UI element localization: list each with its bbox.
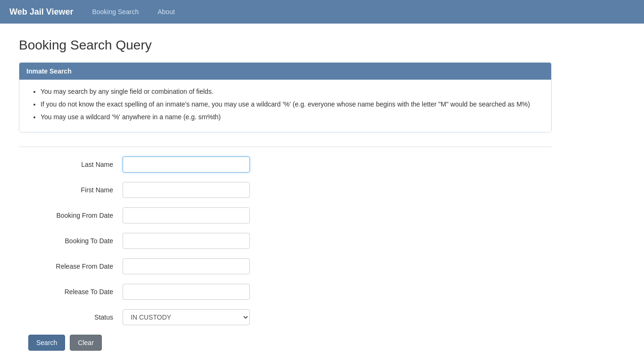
booking-to-date-input[interactable] [123, 233, 250, 249]
inmate-search-header: Inmate Search [19, 63, 551, 80]
instructions-list: You may search by any single field or co… [29, 87, 542, 122]
booking-search-link[interactable]: Booking Search [87, 6, 143, 18]
booking-from-date-label: Booking From Date [28, 212, 123, 219]
release-to-date-group: Release To Date [28, 284, 349, 300]
search-form: Last Name First Name Booking From Date B… [19, 156, 349, 325]
button-row: Search Clear [19, 335, 585, 351]
instruction-2: If you do not know the exact spelling of… [41, 99, 542, 109]
booking-to-date-group: Booking To Date [28, 233, 349, 249]
booking-from-date-input[interactable] [123, 207, 250, 223]
last-name-input[interactable] [123, 156, 250, 173]
search-button[interactable]: Search [28, 335, 65, 351]
instruction-1: You may search by any single field or co… [41, 87, 542, 97]
release-from-date-label: Release From Date [28, 263, 123, 270]
status-select[interactable]: IN CUSTODY RELEASED ALL [123, 309, 250, 325]
release-from-date-input[interactable] [123, 258, 250, 274]
divider [19, 147, 552, 147]
status-label: Status [28, 313, 123, 321]
clear-button[interactable]: Clear [70, 335, 101, 351]
inmate-search-panel: Inmate Search You may search by any sing… [19, 62, 552, 132]
first-name-group: First Name [28, 182, 349, 198]
navbar-brand[interactable]: Web Jail Viewer [9, 7, 73, 17]
first-name-label: First Name [28, 186, 123, 194]
instruction-3: You may use a wildcard '%' anywhere in a… [41, 112, 542, 122]
page-title: Booking Search Query [19, 38, 585, 53]
booking-to-date-label: Booking To Date [28, 237, 123, 245]
booking-from-date-group: Booking From Date [28, 207, 349, 223]
inmate-search-body: You may search by any single field or co… [19, 80, 551, 132]
about-link[interactable]: About [153, 6, 180, 18]
status-group: Status IN CUSTODY RELEASED ALL [28, 309, 349, 325]
last-name-label: Last Name [28, 161, 123, 168]
navbar: Web Jail Viewer Booking Search About [0, 0, 644, 24]
release-to-date-input[interactable] [123, 284, 250, 300]
last-name-group: Last Name [28, 156, 349, 173]
release-from-date-group: Release From Date [28, 258, 349, 274]
main-content: Booking Search Query Inmate Search You m… [0, 24, 603, 362]
release-to-date-label: Release To Date [28, 288, 123, 296]
first-name-input[interactable] [123, 182, 250, 198]
